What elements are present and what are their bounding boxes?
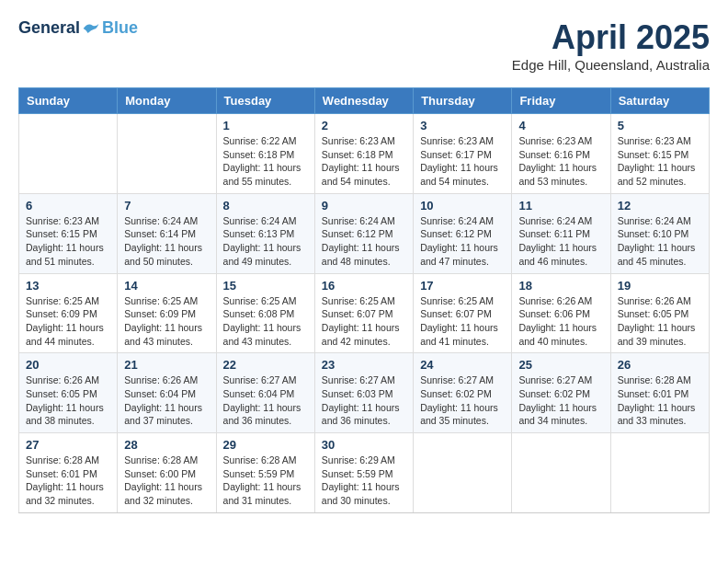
- day-number: 17: [420, 279, 505, 293]
- cell-content: Sunrise: 6:25 AM Sunset: 6:07 PM Dayligh…: [420, 294, 505, 349]
- day-number: 10: [420, 199, 505, 213]
- calendar-cell: 18Sunrise: 6:26 AM Sunset: 6:06 PM Dayli…: [512, 273, 610, 353]
- day-number: 23: [322, 358, 406, 372]
- calendar-cell: 28Sunrise: 6:28 AM Sunset: 6:00 PM Dayli…: [118, 433, 216, 513]
- calendar-cell: 9Sunrise: 6:24 AM Sunset: 6:12 PM Daylig…: [314, 193, 413, 273]
- calendar-cell: 15Sunrise: 6:25 AM Sunset: 6:08 PM Dayli…: [216, 273, 314, 353]
- day-number: 13: [26, 279, 110, 293]
- calendar-day-header: Sunday: [19, 88, 118, 114]
- day-number: 28: [124, 438, 209, 452]
- calendar-week-row: 6Sunrise: 6:23 AM Sunset: 6:15 PM Daylig…: [19, 193, 710, 273]
- calendar-cell: 7Sunrise: 6:24 AM Sunset: 6:14 PM Daylig…: [118, 193, 216, 273]
- calendar-cell: 13Sunrise: 6:25 AM Sunset: 6:09 PM Dayli…: [19, 273, 118, 353]
- day-number: 4: [518, 119, 603, 132]
- calendar-cell: [512, 433, 610, 513]
- cell-content: Sunrise: 6:24 AM Sunset: 6:14 PM Dayligh…: [124, 214, 209, 269]
- cell-content: Sunrise: 6:25 AM Sunset: 6:09 PM Dayligh…: [124, 294, 209, 349]
- day-number: 1: [223, 119, 308, 132]
- day-number: 7: [124, 199, 209, 213]
- calendar-cell: 4Sunrise: 6:23 AM Sunset: 6:16 PM Daylig…: [512, 114, 610, 194]
- calendar-cell: 19Sunrise: 6:26 AM Sunset: 6:05 PM Dayli…: [610, 273, 709, 353]
- page-header: General Blue April 2025 Edge Hill, Queen…: [18, 18, 710, 73]
- calendar-cell: 23Sunrise: 6:27 AM Sunset: 6:03 PM Dayli…: [314, 353, 413, 433]
- calendar-header-row: SundayMondayTuesdayWednesdayThursdayFrid…: [19, 88, 710, 114]
- cell-content: Sunrise: 6:26 AM Sunset: 6:05 PM Dayligh…: [26, 373, 110, 428]
- calendar-week-row: 20Sunrise: 6:26 AM Sunset: 6:05 PM Dayli…: [19, 353, 710, 433]
- cell-content: Sunrise: 6:27 AM Sunset: 6:03 PM Dayligh…: [322, 373, 406, 428]
- cell-content: Sunrise: 6:27 AM Sunset: 6:02 PM Dayligh…: [518, 373, 603, 428]
- calendar-day-header: Thursday: [414, 88, 512, 114]
- calendar-day-header: Wednesday: [314, 88, 413, 114]
- day-number: 3: [420, 119, 505, 132]
- calendar-cell: [19, 114, 118, 194]
- cell-content: Sunrise: 6:27 AM Sunset: 6:04 PM Dayligh…: [223, 373, 308, 428]
- calendar-day-header: Saturday: [610, 88, 709, 114]
- cell-content: Sunrise: 6:24 AM Sunset: 6:13 PM Dayligh…: [223, 214, 308, 269]
- cell-content: Sunrise: 6:28 AM Sunset: 6:00 PM Dayligh…: [124, 454, 209, 508]
- day-number: 19: [618, 279, 702, 293]
- cell-content: Sunrise: 6:28 AM Sunset: 6:01 PM Dayligh…: [618, 373, 702, 428]
- day-number: 14: [124, 279, 209, 293]
- calendar-cell: 26Sunrise: 6:28 AM Sunset: 6:01 PM Dayli…: [610, 353, 709, 433]
- calendar-cell: 25Sunrise: 6:27 AM Sunset: 6:02 PM Dayli…: [512, 353, 610, 433]
- cell-content: Sunrise: 6:28 AM Sunset: 6:01 PM Dayligh…: [26, 454, 110, 508]
- calendar-cell: 1Sunrise: 6:22 AM Sunset: 6:18 PM Daylig…: [216, 114, 314, 194]
- cell-content: Sunrise: 6:29 AM Sunset: 5:59 PM Dayligh…: [322, 454, 406, 508]
- calendar-cell: [118, 114, 216, 194]
- cell-content: Sunrise: 6:26 AM Sunset: 6:04 PM Dayligh…: [124, 373, 209, 428]
- day-number: 29: [223, 438, 308, 452]
- day-number: 30: [322, 438, 406, 452]
- calendar-day-header: Friday: [512, 88, 610, 114]
- calendar-cell: 16Sunrise: 6:25 AM Sunset: 6:07 PM Dayli…: [314, 273, 413, 353]
- calendar-cell: 6Sunrise: 6:23 AM Sunset: 6:15 PM Daylig…: [19, 193, 118, 273]
- day-number: 12: [618, 199, 702, 213]
- cell-content: Sunrise: 6:27 AM Sunset: 6:02 PM Dayligh…: [420, 373, 505, 428]
- calendar-cell: 11Sunrise: 6:24 AM Sunset: 6:11 PM Dayli…: [512, 193, 610, 273]
- day-number: 11: [518, 199, 603, 213]
- day-number: 9: [322, 199, 406, 213]
- cell-content: Sunrise: 6:23 AM Sunset: 6:17 PM Dayligh…: [420, 134, 505, 189]
- calendar-week-row: 27Sunrise: 6:28 AM Sunset: 6:01 PM Dayli…: [19, 433, 710, 513]
- subtitle: Edge Hill, Queensland, Australia: [512, 57, 710, 73]
- cell-content: Sunrise: 6:24 AM Sunset: 6:10 PM Dayligh…: [618, 214, 702, 269]
- day-number: 26: [618, 358, 702, 372]
- calendar-cell: 30Sunrise: 6:29 AM Sunset: 5:59 PM Dayli…: [314, 433, 413, 513]
- cell-content: Sunrise: 6:23 AM Sunset: 6:15 PM Dayligh…: [26, 214, 110, 269]
- day-number: 21: [124, 358, 209, 372]
- calendar-cell: 3Sunrise: 6:23 AM Sunset: 6:17 PM Daylig…: [414, 114, 512, 194]
- day-number: 15: [223, 279, 308, 293]
- cell-content: Sunrise: 6:23 AM Sunset: 6:16 PM Dayligh…: [518, 134, 603, 189]
- cell-content: Sunrise: 6:24 AM Sunset: 6:12 PM Dayligh…: [420, 214, 505, 269]
- cell-content: Sunrise: 6:23 AM Sunset: 6:18 PM Dayligh…: [322, 134, 406, 189]
- logo-blue-text: Blue: [102, 18, 138, 38]
- day-number: 16: [322, 279, 406, 293]
- logo: General Blue: [18, 18, 138, 38]
- cell-content: Sunrise: 6:24 AM Sunset: 6:12 PM Dayligh…: [322, 214, 406, 269]
- calendar-week-row: 1Sunrise: 6:22 AM Sunset: 6:18 PM Daylig…: [19, 114, 710, 194]
- logo-bird-icon: [82, 19, 100, 38]
- calendar-cell: 20Sunrise: 6:26 AM Sunset: 6:05 PM Dayli…: [19, 353, 118, 433]
- day-number: 18: [518, 279, 603, 293]
- day-number: 2: [322, 119, 406, 132]
- cell-content: Sunrise: 6:28 AM Sunset: 5:59 PM Dayligh…: [223, 454, 308, 508]
- calendar-cell: 5Sunrise: 6:23 AM Sunset: 6:15 PM Daylig…: [610, 114, 709, 194]
- calendar-cell: 21Sunrise: 6:26 AM Sunset: 6:04 PM Dayli…: [118, 353, 216, 433]
- calendar-cell: 24Sunrise: 6:27 AM Sunset: 6:02 PM Dayli…: [414, 353, 512, 433]
- cell-content: Sunrise: 6:25 AM Sunset: 6:09 PM Dayligh…: [26, 294, 110, 349]
- calendar-cell: 22Sunrise: 6:27 AM Sunset: 6:04 PM Dayli…: [216, 353, 314, 433]
- cell-content: Sunrise: 6:25 AM Sunset: 6:07 PM Dayligh…: [322, 294, 406, 349]
- calendar-cell: [610, 433, 709, 513]
- calendar-cell: 8Sunrise: 6:24 AM Sunset: 6:13 PM Daylig…: [216, 193, 314, 273]
- cell-content: Sunrise: 6:26 AM Sunset: 6:05 PM Dayligh…: [618, 294, 702, 349]
- logo-general-text: General: [18, 18, 80, 38]
- day-number: 24: [420, 358, 505, 372]
- calendar-cell: [414, 433, 512, 513]
- calendar-week-row: 13Sunrise: 6:25 AM Sunset: 6:09 PM Dayli…: [19, 273, 710, 353]
- cell-content: Sunrise: 6:26 AM Sunset: 6:06 PM Dayligh…: [518, 294, 603, 349]
- day-number: 22: [223, 358, 308, 372]
- cell-content: Sunrise: 6:23 AM Sunset: 6:15 PM Dayligh…: [618, 134, 702, 189]
- calendar-cell: 2Sunrise: 6:23 AM Sunset: 6:18 PM Daylig…: [314, 114, 413, 194]
- cell-content: Sunrise: 6:24 AM Sunset: 6:11 PM Dayligh…: [518, 214, 603, 269]
- calendar-table: SundayMondayTuesdayWednesdayThursdayFrid…: [18, 87, 710, 513]
- calendar-day-header: Monday: [118, 88, 216, 114]
